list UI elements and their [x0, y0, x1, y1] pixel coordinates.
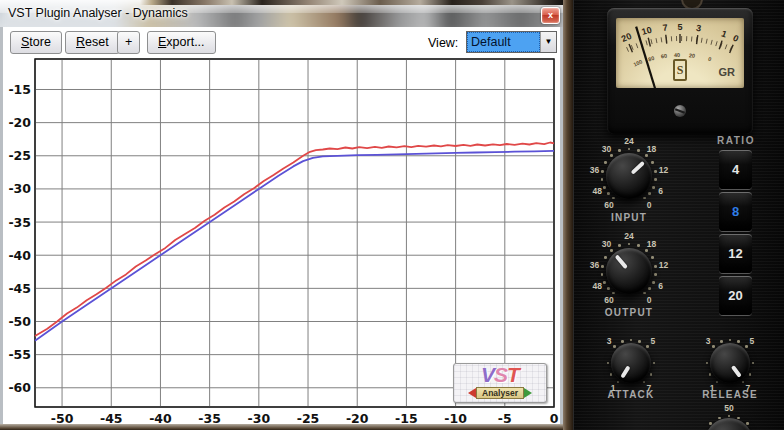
- view-label: View:: [428, 36, 458, 50]
- knob-tick-dot: [630, 339, 633, 342]
- knob-scale-label: 24: [624, 231, 633, 241]
- mix-knob-body[interactable]: [705, 418, 753, 430]
- svg-text:0: 0: [731, 33, 740, 44]
- plus-button[interactable]: +: [117, 31, 140, 54]
- knob-tick-dot: [645, 249, 648, 252]
- vst-logo-text: VST: [454, 364, 546, 386]
- knob-tick-dot: [643, 197, 646, 200]
- svg-text:80: 80: [647, 55, 655, 62]
- knob-scale-label: 0: [647, 295, 652, 305]
- knob-tick-dot: [607, 192, 610, 195]
- knob-scale-label: 30: [602, 144, 611, 154]
- knob-scale-label: 6: [658, 281, 663, 291]
- knob-scale-label: 5: [651, 336, 656, 346]
- knob-tick-dot: [645, 154, 648, 157]
- screenshot-stage: VST Plugin Analyser - Dynamics x Store R…: [0, 0, 784, 430]
- knob-tick-dot: [654, 273, 657, 276]
- knob-tick-dot: [601, 273, 604, 276]
- svg-text:20: 20: [689, 52, 696, 59]
- knob-tick-dot: [654, 170, 657, 173]
- output-knob-body[interactable]: [606, 248, 652, 294]
- svg-text:-40: -40: [8, 248, 31, 263]
- export-button[interactable]: Export...: [147, 31, 216, 54]
- knob-tick-dot: [752, 362, 755, 365]
- knob-tick-dot: [618, 244, 621, 247]
- knob-tick-dot: [621, 340, 624, 343]
- output-knob[interactable]: 2418126030364860: [584, 226, 674, 316]
- knob-tick-dot: [729, 339, 732, 342]
- knob-tick-dot: [653, 362, 656, 365]
- svg-text:-25: -25: [8, 148, 31, 163]
- analyser-badge-text: Analyser: [476, 387, 524, 399]
- window-title: VST Plugin Analyser - Dynamics: [8, 6, 188, 20]
- ratio-button-4[interactable]: 4: [719, 150, 752, 189]
- knob-scale-label: 48: [593, 186, 602, 196]
- svg-text:-45: -45: [8, 281, 31, 296]
- window-client-area: Store Reset + Export... View: Default ▼ …: [3, 27, 560, 430]
- knob-tick-dot: [603, 186, 606, 189]
- red-arrow-icon: [468, 388, 476, 398]
- svg-text:-30: -30: [8, 181, 31, 196]
- knob-tick-dot: [601, 265, 604, 268]
- ratio-section-label: RATIO: [703, 135, 769, 146]
- knob-tick-dot: [604, 256, 607, 259]
- view-dropdown[interactable]: Default ▼: [466, 31, 557, 53]
- compressor-plugin-panel: 201075310100806040200 S GR RATIO 481220 …: [573, 0, 784, 430]
- knob-tick-dot: [601, 170, 604, 173]
- background-gap-strip: [563, 0, 573, 430]
- analyser-window: VST Plugin Analyser - Dynamics x Store R…: [0, 0, 563, 430]
- view-dropdown-value[interactable]: Default: [467, 32, 540, 52]
- input-knob-label: INPUT: [611, 212, 647, 223]
- ratio-button-8[interactable]: 8: [719, 192, 752, 231]
- svg-text:0: 0: [707, 56, 712, 63]
- knob-tick-dot: [650, 373, 653, 376]
- knob-tick-dot: [720, 340, 723, 343]
- knob-tick-dot: [607, 362, 610, 365]
- input-knob-body[interactable]: [606, 153, 652, 199]
- close-icon: x: [548, 10, 553, 20]
- knob-tick-dot: [651, 161, 654, 164]
- knob-tick-dot: [646, 345, 649, 348]
- store-button[interactable]: Store: [10, 31, 62, 54]
- chevron-down-icon[interactable]: ▼: [540, 32, 556, 52]
- input-knob[interactable]: 2418126030364860: [584, 131, 674, 221]
- knob-scale-label: 3: [706, 336, 711, 346]
- mix-knob[interactable]: 50: [685, 398, 773, 430]
- vst-letter-v: V: [481, 363, 494, 386]
- knob-tick-dot: [610, 373, 613, 376]
- knob-scale-label: 36: [590, 165, 599, 175]
- knob-tick-dot: [643, 292, 646, 295]
- knob-tick-dot: [648, 192, 651, 195]
- knob-tick-dot: [637, 149, 640, 152]
- knob-tick-dot: [712, 345, 715, 348]
- knob-scale-label: 6: [658, 186, 663, 196]
- knob-tick-dot: [643, 381, 646, 384]
- attack-knob-body[interactable]: [611, 343, 651, 383]
- knob-tick-dot: [651, 256, 654, 259]
- knob-tick-dot: [652, 281, 655, 284]
- knob-tick-dot: [737, 340, 740, 343]
- knob-tick-dot: [709, 373, 712, 376]
- toolbar: Store Reset + Export... View: Default ▼: [3, 28, 560, 56]
- knob-tick-dot: [652, 186, 655, 189]
- knob-scale-label: 5: [750, 336, 755, 346]
- knob-tick-dot: [618, 149, 621, 152]
- knob-scale-label: 0: [647, 200, 652, 210]
- close-button[interactable]: x: [541, 7, 560, 24]
- desktop-peek-strip: [0, 0, 563, 5]
- svg-text:-35: -35: [8, 215, 31, 230]
- knob-tick-dot: [601, 178, 604, 181]
- knob-tick-dot: [648, 287, 651, 290]
- knob-tick-dot: [604, 161, 607, 164]
- knob-scale-label: 12: [659, 260, 668, 270]
- ratio-button-column: 481220: [719, 150, 752, 318]
- svg-text:-55: -55: [8, 347, 31, 362]
- ratio-button-12[interactable]: 12: [719, 234, 752, 273]
- knob-tick-dot: [617, 381, 620, 384]
- svg-text:10: 10: [640, 25, 652, 37]
- knob-tick-dot: [745, 345, 748, 348]
- ratio-button-20[interactable]: 20: [719, 276, 752, 315]
- reset-button[interactable]: Reset: [65, 31, 120, 54]
- release-knob-body[interactable]: [710, 343, 750, 383]
- vst-letter-s: S: [494, 363, 507, 386]
